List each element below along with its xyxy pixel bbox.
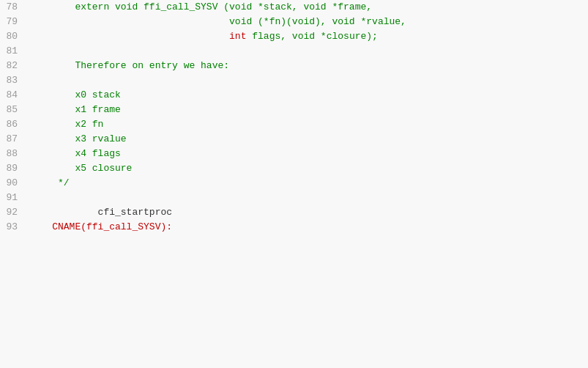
line-content-86: x2 fn: [29, 117, 103, 132]
line-number-83: 83: [0, 73, 29, 88]
code-line-83: 83: [0, 73, 588, 88]
line-content-80c: flags, void *closure);: [246, 29, 377, 44]
line-content-80b: int: [229, 29, 246, 44]
code-line-84: 84 x0 stack: [0, 88, 588, 103]
code-line-85: 85 x1 frame: [0, 103, 588, 117]
line-number-90: 90: [0, 176, 29, 191]
line-number-88: 88: [0, 147, 29, 161]
line-number-89: 89: [0, 161, 29, 176]
line-content-80a: [29, 29, 229, 44]
line-number-87: 87: [0, 132, 29, 147]
code-line-88: 88 x4 flags: [0, 147, 588, 161]
line-number-79: 79: [0, 15, 29, 29]
code-line-91: 91: [0, 191, 588, 205]
line-number-86: 86: [0, 117, 29, 132]
code-line-87: 87 x3 rvalue: [0, 132, 588, 147]
line-number-93: 93: [0, 220, 29, 235]
code-line-92: 92 cfi_startproc: [0, 205, 588, 220]
code-line-80: 80 int flags, void *closure);: [0, 29, 588, 44]
line-number-82: 82: [0, 59, 29, 73]
code-line-79: 79 void (*fn)(void), void *rvalue,: [0, 15, 588, 29]
line-content-85: x1 frame: [29, 103, 121, 117]
code-editor: 78 extern void ffi_call_SYSV (void *stac…: [0, 0, 588, 368]
code-line-86: 86 x2 fn: [0, 117, 588, 132]
line-number-92: 92: [0, 205, 29, 220]
code-line-82: 82 Therefore on entry we have:: [0, 59, 588, 73]
line-number-80: 80: [0, 29, 29, 44]
line-content-92: cfi_startproc: [29, 205, 172, 220]
line-content-82: Therefore on entry we have:: [29, 59, 229, 73]
line-content-90: */: [29, 176, 70, 191]
line-content-88: x4 flags: [29, 147, 121, 161]
code-line-93: 93 CNAME(ffi_call_SYSV):: [0, 220, 588, 235]
line-number-78: 78: [0, 0, 29, 15]
line-content-89: x5 closure: [29, 161, 132, 176]
line-number-81: 81: [0, 44, 29, 59]
line-content-84: x0 stack: [29, 88, 121, 103]
line-content-79: void (*fn)(void), void *rvalue,: [29, 15, 406, 29]
line-content-87: x3 rvalue: [29, 132, 127, 147]
code-line-90: 90 */: [0, 176, 588, 191]
code-line-81: 81: [0, 44, 588, 59]
line-number-85: 85: [0, 103, 29, 117]
code-line-89: 89 x5 closure: [0, 161, 588, 176]
line-number-84: 84: [0, 88, 29, 103]
line-content-78: extern void ffi_call_SYSV (void *stack, …: [29, 0, 372, 15]
line-number-91: 91: [0, 191, 29, 205]
line-content-93: CNAME(ffi_call_SYSV):: [29, 220, 172, 235]
code-line-78: 78 extern void ffi_call_SYSV (void *stac…: [0, 0, 588, 15]
